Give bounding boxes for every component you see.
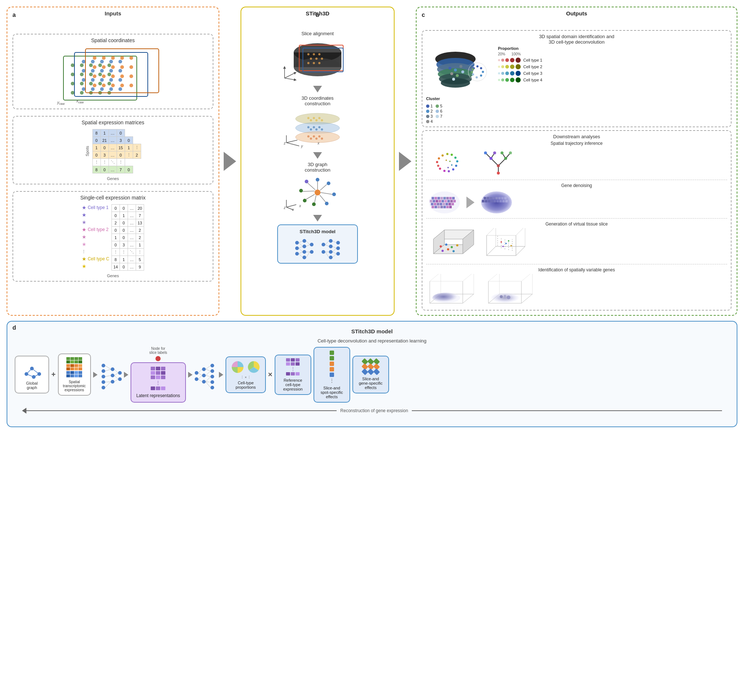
panel-d-inner-title: Cell-type deconvolution and representati… bbox=[15, 338, 729, 344]
svg-line-129 bbox=[286, 205, 296, 207]
svg-point-82 bbox=[313, 117, 315, 119]
model-nn-viz bbox=[293, 237, 342, 259]
cell-type-c-icon-2: ★ bbox=[82, 263, 86, 269]
global-graph-label: Globalgraph bbox=[26, 381, 38, 390]
svg-line-163 bbox=[333, 246, 336, 248]
svg-point-44 bbox=[102, 56, 106, 60]
svg-rect-244 bbox=[443, 203, 445, 206]
svg-point-317 bbox=[507, 296, 510, 299]
svg-point-48 bbox=[93, 65, 97, 69]
cluster-1-dot bbox=[426, 104, 429, 108]
ct3-label: Cell type 3 bbox=[523, 71, 542, 76]
ct1-label: Cell type 1 bbox=[523, 58, 542, 63]
svg-line-342 bbox=[115, 373, 118, 375]
svg-point-56 bbox=[120, 74, 124, 78]
svg-point-198 bbox=[452, 168, 454, 171]
graph-section: 3D graphconstruction bbox=[246, 162, 389, 212]
svg-line-139 bbox=[299, 241, 302, 243]
svg-point-200 bbox=[443, 170, 445, 172]
matrix-with-labels: Spots 81…0 021…30 10…151⋮ 03…0⋮2 bbox=[85, 129, 141, 173]
spatially-variable-title: Identification of spatially variable gen… bbox=[426, 267, 727, 273]
svg-line-209 bbox=[498, 158, 506, 166]
spatial-domain-title: 3D spatial domain identification and3D c… bbox=[426, 34, 727, 45]
panel-b: b STitch3D Slice alignment bbox=[241, 7, 394, 316]
global-graph-box: Globalgraph bbox=[15, 356, 49, 393]
svg-rect-232 bbox=[433, 200, 435, 203]
svg-rect-252 bbox=[443, 206, 446, 208]
prop-cell-type-4: Cell type 4 bbox=[498, 77, 542, 82]
svg-point-52 bbox=[129, 65, 133, 69]
svg-point-316 bbox=[504, 295, 506, 297]
ct2-dot5 bbox=[516, 64, 521, 69]
svg-point-96 bbox=[313, 135, 315, 137]
svg-point-134 bbox=[302, 244, 306, 248]
reconstruction-line bbox=[27, 410, 336, 411]
svg-point-199 bbox=[448, 170, 450, 172]
cell-type-2-label: Cell type 2 bbox=[88, 227, 109, 232]
svg-line-340 bbox=[105, 382, 111, 387]
latent-grid: ⋮ bbox=[151, 367, 165, 390]
b-arrow-3 bbox=[313, 215, 322, 222]
svg-point-54 bbox=[102, 74, 106, 78]
svg-point-173 bbox=[448, 67, 451, 70]
svg-point-193 bbox=[446, 153, 448, 155]
svg-rect-272 bbox=[505, 200, 508, 203]
svg-point-84 bbox=[310, 119, 312, 121]
svg-point-83 bbox=[318, 117, 320, 119]
svg-point-354 bbox=[210, 386, 214, 389]
svg-point-330 bbox=[101, 386, 105, 389]
ct3-dot2 bbox=[501, 72, 504, 75]
svg-point-196 bbox=[456, 160, 458, 162]
cluster-7: 7 bbox=[436, 114, 442, 118]
latent-label: Latent representations bbox=[136, 393, 180, 398]
svg-point-182 bbox=[476, 65, 479, 67]
slice-alignment-viz bbox=[281, 38, 354, 83]
svg-point-98 bbox=[310, 137, 312, 140]
svg-point-70 bbox=[318, 53, 320, 55]
svg-line-144 bbox=[299, 254, 302, 258]
svg-point-347 bbox=[202, 368, 206, 371]
panel-d-title: STitch3D model bbox=[15, 328, 729, 334]
flow-arrow-3 bbox=[188, 372, 192, 378]
svg-line-339 bbox=[105, 382, 111, 382]
sc-matrix-title: Single-cell expression matrix bbox=[80, 195, 146, 201]
ref-row-4 bbox=[286, 372, 299, 375]
spatial-domain-panel: 3D spatial domain identification and3D c… bbox=[422, 30, 732, 127]
svg-rect-257 bbox=[487, 197, 489, 200]
cell-type-1-icon-2: ★ bbox=[82, 212, 86, 218]
svg-point-281 bbox=[456, 244, 458, 246]
trajectory-umap bbox=[426, 147, 474, 177]
svg-marker-286 bbox=[487, 228, 525, 235]
svg-rect-258 bbox=[490, 197, 492, 200]
svg-rect-235 bbox=[442, 200, 444, 203]
svg-rect-253 bbox=[446, 206, 449, 208]
svg-rect-237 bbox=[447, 200, 450, 203]
coords-viz: z y x bbox=[281, 108, 354, 149]
svg-text:x: x bbox=[299, 204, 301, 208]
svg-point-155 bbox=[336, 241, 340, 244]
panel-a: a Inputs Spatial coordinates bbox=[7, 7, 219, 316]
cell-type-prop-label: Cell-typeproportions bbox=[236, 381, 256, 389]
svg-line-161 bbox=[325, 252, 329, 258]
svg-point-203 bbox=[445, 159, 447, 161]
svg-line-322 bbox=[27, 368, 32, 374]
ct1-dot5 bbox=[516, 58, 521, 63]
svg-point-91 bbox=[310, 128, 312, 131]
svg-point-130 bbox=[295, 241, 299, 244]
panel-c: c Outputs 3D spatial domain identificati… bbox=[416, 7, 737, 316]
svg-line-336 bbox=[105, 366, 111, 369]
svg-line-344 bbox=[115, 379, 118, 382]
svg-line-364 bbox=[206, 382, 210, 382]
svg-rect-230 bbox=[452, 197, 455, 200]
global-graph-viz bbox=[19, 359, 45, 380]
svg-line-165 bbox=[333, 252, 336, 254]
ref-dots: ⋮ bbox=[286, 366, 299, 371]
svg-point-201 bbox=[439, 168, 441, 170]
svg-point-333 bbox=[111, 380, 115, 384]
gene-denoising-row bbox=[426, 189, 727, 215]
gene-effects-box: Slice-andgene-specificeffects bbox=[353, 356, 389, 393]
svg-rect-256 bbox=[484, 197, 486, 200]
svg-line-141 bbox=[299, 246, 302, 248]
x-axis-label: xraw bbox=[76, 99, 83, 104]
svg-point-217 bbox=[504, 157, 507, 160]
